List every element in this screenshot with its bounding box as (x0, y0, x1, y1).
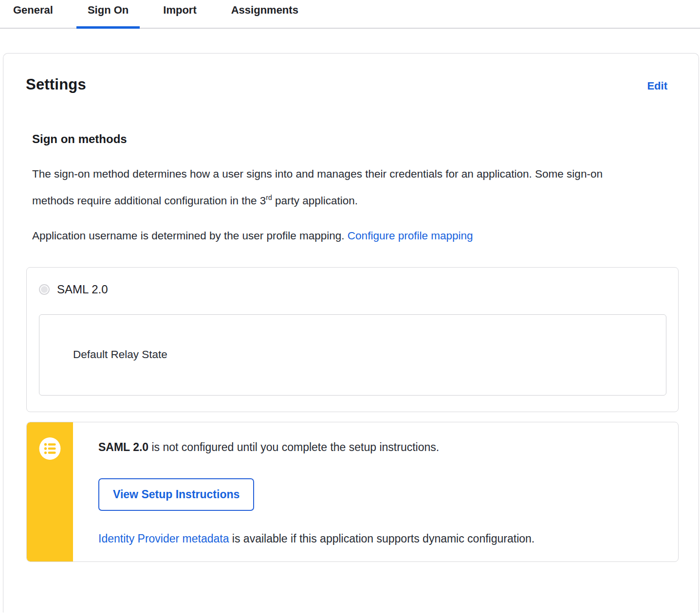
saml-radio-row: SAML 2.0 (39, 283, 666, 296)
callout-footer: Identity Provider metadata is available … (98, 532, 534, 545)
identity-provider-metadata-link[interactable]: Identity Provider metadata (98, 532, 229, 545)
saml-method-box: SAML 2.0 Default Relay State (26, 267, 679, 412)
default-relay-state-field[interactable]: Default Relay State (39, 314, 666, 396)
sign-on-description: The sign-on method determines how a user… (32, 163, 636, 213)
edit-link[interactable]: Edit (647, 80, 667, 92)
username-mapping-note: Application username is determined by th… (32, 224, 636, 248)
configure-profile-mapping-link[interactable]: Configure profile mapping (348, 230, 473, 242)
tab-sign-on[interactable]: Sign On (76, 0, 140, 28)
callout-footer-rest: is available if this application support… (229, 532, 534, 545)
view-setup-instructions-button[interactable]: View Setup Instructions (98, 478, 254, 511)
saml-radio-button[interactable] (39, 284, 50, 295)
tab-bar: General Sign On Import Assignments (0, 0, 700, 29)
tab-assignments[interactable]: Assignments (220, 0, 310, 28)
saml-setup-callout: SAML 2.0 is not configured until you com… (26, 422, 679, 562)
tab-general[interactable]: General (2, 0, 64, 28)
callout-warning-stripe (27, 422, 73, 561)
page-title: Settings (26, 76, 86, 93)
card-header: Settings Edit (3, 54, 699, 93)
sign-on-methods-section: Sign on methods The sign-on method deter… (3, 132, 699, 248)
ordinal-superscript: rd (266, 194, 272, 201)
callout-message: SAML 2.0 is not configured until you com… (98, 440, 534, 454)
callout-message-rest: is not configured until you complete the… (148, 441, 439, 453)
description-text-2: party application. (272, 195, 358, 207)
saml-radio-label: SAML 2.0 (57, 283, 108, 296)
tab-import[interactable]: Import (152, 0, 207, 28)
settings-card: Settings Edit Sign on methods The sign-o… (3, 53, 699, 613)
callout-message-bold: SAML 2.0 (98, 441, 148, 453)
default-relay-state-label: Default Relay State (73, 348, 167, 361)
callout-body: SAML 2.0 is not configured until you com… (73, 422, 554, 561)
username-mapping-text: Application username is determined by th… (32, 230, 348, 242)
section-heading: Sign on methods (32, 132, 664, 146)
list-icon (38, 436, 61, 463)
